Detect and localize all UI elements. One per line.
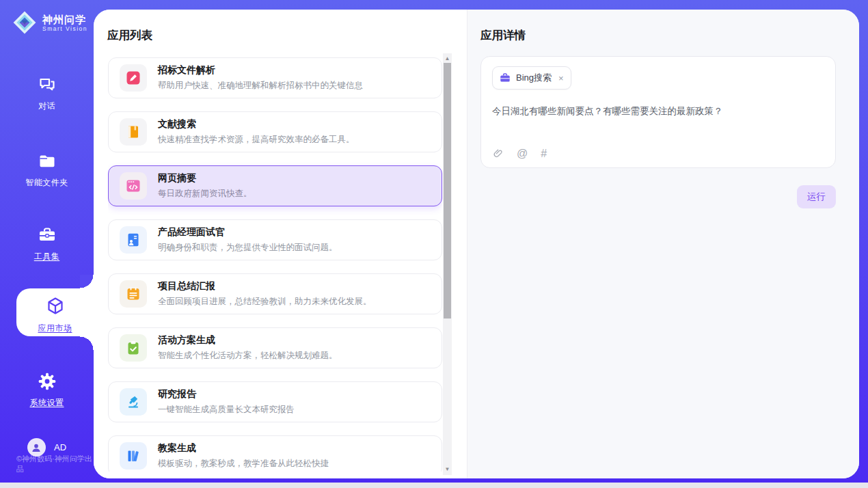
sidebar-item-label: 应用市场 [38,323,72,333]
app-detail-pane: 应用详情 Bing搜索 × 今日湖北有哪些新闻要点？有哪些需要关注的最新政策？ [467,10,859,478]
browser-code-icon [126,178,141,193]
app-card-lesson-plan[interactable]: 教案生成 模板驱动，教案秒成，教学准备从此轻松快捷 [108,435,442,472]
person-icon [31,442,42,453]
toolbox-icon [38,226,57,245]
app-card-event-plan[interactable]: 活动方案生成 智能生成个性化活动方案，轻松解决规划难题。 [108,327,442,368]
run-button[interactable]: 运行 [797,185,836,208]
app-card-desc: 帮助用户快速、准确地理解和解析招标书中的关键信息 [158,80,363,92]
tool-tag-bing-search[interactable]: Bing搜索 × [492,66,571,90]
brand-title: 神州问学 [42,14,87,25]
books-icon [126,448,141,463]
user-initials: AD [54,442,66,452]
app-card-title: 产品经理面试官 [158,226,338,239]
book-icon [126,124,141,139]
app-card-web-summary[interactable]: 网页摘要 每日政府新闻资讯快查。 [108,165,442,206]
pen-square-icon [126,70,141,85]
app-card-desc: 全面回顾项目进展，总结经验教训，助力未来优化发展。 [158,296,372,308]
tag-close-icon[interactable]: × [558,73,564,83]
mention-icon[interactable]: @ [517,148,528,159]
prompt-card: Bing搜索 × 今日湖北有哪些新闻要点？有哪些需要关注的最新政策？ @ # [480,56,836,168]
copyright-footer: ©神州数码·神州问学出品 [16,454,94,474]
app-detail-title: 应用详情 [480,28,526,43]
clipboard-check-icon [126,340,141,355]
app-card-title: 项目总结汇报 [158,280,372,293]
sidebar-item-smart-folder[interactable]: 智能文件夹 [0,152,94,189]
run-row: 运行 [480,185,836,208]
app-card-desc: 每日政府新闻资讯快查。 [158,188,252,200]
sidebar-item-app-market[interactable]: 应用市场 [16,288,94,336]
prompt-toolbar: @ # [492,148,547,159]
scroll-down-arrow-icon[interactable]: ▼ [443,465,452,474]
chat-icon [38,75,57,94]
folder-icon [38,152,57,171]
app-card-desc: 快速精准查找学术资源，提高研究效率的必备工具。 [158,134,355,146]
app-icon-tile [120,172,147,200]
brand-logo: 神州问学 Smart Vision [12,10,87,35]
sidebar-item-label: 工具集 [34,252,60,261]
sidebar-item-label: 系统设置 [30,398,64,407]
app-list: 招标文件解析 帮助用户快速、准确地理解和解析招标书中的关键信息 文献搜索 [108,57,442,472]
diamond-logo-icon [12,10,37,35]
hash-icon[interactable]: # [541,148,547,159]
app-card-literature-search[interactable]: 文献搜索 快速精准查找学术资源，提高研究效率的必备工具。 [108,111,442,152]
app-card-title: 网页摘要 [158,172,252,185]
scrollbar[interactable]: ▲ ▼ [443,53,452,475]
paperclip-icon[interactable] [492,148,504,159]
app-card-title: 活动方案生成 [158,334,338,347]
app-icon-tile [120,334,147,362]
app-icon-tile [120,226,147,254]
main-panel: 应用列表 招标文件解析 帮助用户快速、准确地理解和解析招标书中的关键信息 [94,10,859,478]
app-icon-tile [120,280,147,308]
brand-subtitle: Smart Vision [42,25,87,32]
briefcase-icon [500,72,511,83]
sidebar-item-chat[interactable]: 对话 [0,75,94,112]
app-icon-tile [120,442,147,470]
bottom-strip [0,483,868,488]
app-card-pm-interviewer[interactable]: 产品经理面试官 明确身份和职责，为您提供专业性的面试问题。 [108,219,442,260]
app-card-desc: 智能生成个性化活动方案，轻松解决规划难题。 [158,350,338,362]
app-card-title: 教案生成 [158,442,329,455]
sidebar: 神州问学 Smart Vision 对话 智能文件夹 [0,0,94,483]
gear-icon [38,372,57,391]
tool-tag-label: Bing搜索 [516,72,552,84]
app-card-desc: 明确身份和职责，为您提供专业性的面试问题。 [158,242,338,254]
app-card-desc: 模板驱动，教案秒成，教学准备从此轻松快捷 [158,458,329,470]
sidebar-item-settings[interactable]: 系统设置 [0,372,94,409]
app-card-research-report[interactable]: 研究报告 一键智能生成高质量长文本研究报告 [108,381,442,422]
scrollbar-thumb[interactable] [444,63,451,318]
resume-icon [126,232,141,247]
app-window: 神州问学 Smart Vision 对话 智能文件夹 [0,0,868,488]
scroll-up-arrow-icon[interactable]: ▲ [443,55,452,63]
app-list-title: 应用列表 [107,28,152,43]
app-card-title: 招标文件解析 [158,64,363,77]
app-icon-tile [120,118,147,146]
sidebar-item-toolset[interactable]: 工具集 [0,226,94,262]
app-icon-tile [120,388,147,416]
app-card-desc: 一键智能生成高质量长文本研究报告 [158,404,295,416]
cube-icon [45,296,66,316]
app-card-project-summary[interactable]: 项目总结汇报 全面回顾项目进展，总结经验教训，助力未来优化发展。 [108,273,442,314]
sidebar-item-label: 智能文件夹 [25,178,68,187]
app-card-bid-document-parsing[interactable]: 招标文件解析 帮助用户快速、准确地理解和解析招标书中的关键信息 [108,57,442,98]
note-icon [126,286,141,301]
sidebar-item-label: 对话 [38,101,55,111]
microscope-icon [126,394,141,409]
app-card-title: 文献搜索 [158,118,355,131]
app-list-pane: 应用列表 招标文件解析 帮助用户快速、准确地理解和解析招标书中的关键信息 [94,10,467,478]
app-icon-tile [120,64,147,92]
prompt-text[interactable]: 今日湖北有哪些新闻要点？有哪些需要关注的最新政策？ [492,105,824,118]
app-card-title: 研究报告 [158,388,295,401]
